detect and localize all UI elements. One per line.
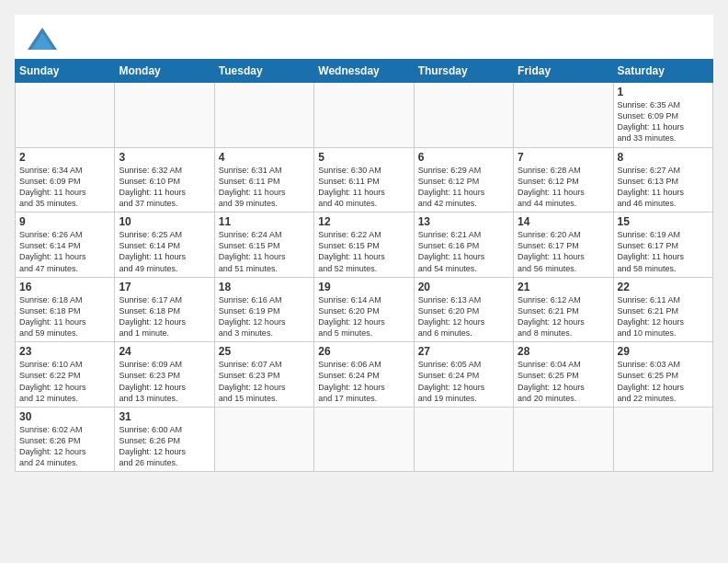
day-cell: 25Sunrise: 6:07 AM Sunset: 6:23 PM Dayli… — [214, 342, 313, 408]
day-info: Sunrise: 6:07 AM Sunset: 6:23 PM Dayligh… — [219, 359, 310, 404]
day-info: Sunrise: 6:11 AM Sunset: 6:21 PM Dayligh… — [618, 294, 709, 339]
day-number: 17 — [119, 281, 210, 293]
day-info: Sunrise: 6:10 AM Sunset: 6:22 PM Dayligh… — [19, 359, 110, 404]
day-info: Sunrise: 6:31 AM Sunset: 6:11 PM Dayligh… — [219, 165, 310, 210]
day-number: 30 — [19, 410, 110, 423]
week-row-2: 9Sunrise: 6:26 AM Sunset: 6:14 PM Daylig… — [16, 213, 713, 278]
day-number: 25 — [219, 345, 310, 358]
day-cell: 26Sunrise: 6:06 AM Sunset: 6:24 PM Dayli… — [314, 342, 414, 408]
day-cell: 23Sunrise: 6:10 AM Sunset: 6:22 PM Dayli… — [16, 342, 115, 408]
week-row-4: 23Sunrise: 6:10 AM Sunset: 6:22 PM Dayli… — [16, 342, 713, 408]
day-number: 9 — [19, 215, 110, 228]
day-cell: 15Sunrise: 6:19 AM Sunset: 6:17 PM Dayli… — [613, 213, 712, 278]
day-cell: 16Sunrise: 6:18 AM Sunset: 6:18 PM Dayli… — [16, 277, 115, 342]
day-info: Sunrise: 6:02 AM Sunset: 6:26 PM Dayligh… — [19, 424, 110, 469]
day-cell: 6Sunrise: 6:29 AM Sunset: 6:12 PM Daylig… — [414, 147, 513, 213]
day-info: Sunrise: 6:30 AM Sunset: 6:11 PM Dayligh… — [318, 165, 409, 210]
day-number: 8 — [618, 151, 709, 164]
weekday-header-wednesday: Wednesday — [314, 60, 414, 83]
week-row-5: 30Sunrise: 6:02 AM Sunset: 6:26 PM Dayli… — [16, 407, 713, 472]
day-info: Sunrise: 6:06 AM Sunset: 6:24 PM Dayligh… — [318, 359, 409, 404]
day-number: 7 — [518, 151, 609, 164]
week-row-0: 1Sunrise: 6:35 AM Sunset: 6:09 PM Daylig… — [16, 83, 713, 148]
day-number: 29 — [618, 345, 709, 358]
weekday-header-friday: Friday — [514, 60, 613, 83]
day-info: Sunrise: 6:27 AM Sunset: 6:13 PM Dayligh… — [618, 165, 709, 210]
day-number: 20 — [418, 281, 509, 293]
day-cell — [314, 83, 414, 148]
day-number: 5 — [318, 151, 409, 164]
day-cell: 7Sunrise: 6:28 AM Sunset: 6:12 PM Daylig… — [514, 147, 613, 213]
day-cell: 9Sunrise: 6:26 AM Sunset: 6:14 PM Daylig… — [16, 213, 115, 278]
day-number: 10 — [119, 215, 210, 228]
day-cell: 2Sunrise: 6:34 AM Sunset: 6:09 PM Daylig… — [16, 147, 115, 213]
day-number: 24 — [119, 345, 210, 358]
calendar-page: SundayMondayTuesdayWednesdayThursdayFrid… — [15, 15, 713, 472]
day-info: Sunrise: 6:21 AM Sunset: 6:16 PM Dayligh… — [418, 229, 509, 274]
day-info: Sunrise: 6:25 AM Sunset: 6:14 PM Dayligh… — [119, 229, 210, 274]
day-number: 2 — [19, 151, 110, 164]
day-info: Sunrise: 6:04 AM Sunset: 6:25 PM Dayligh… — [518, 359, 609, 404]
calendar-table: SundayMondayTuesdayWednesdayThursdayFrid… — [15, 59, 713, 472]
day-cell — [514, 83, 613, 148]
day-cell — [414, 83, 513, 148]
day-info: Sunrise: 6:29 AM Sunset: 6:12 PM Dayligh… — [418, 165, 509, 210]
weekday-header-monday: Monday — [115, 60, 214, 83]
day-number: 12 — [318, 215, 409, 228]
day-cell: 30Sunrise: 6:02 AM Sunset: 6:26 PM Dayli… — [16, 407, 115, 472]
day-cell: 22Sunrise: 6:11 AM Sunset: 6:21 PM Dayli… — [613, 277, 712, 342]
day-info: Sunrise: 6:24 AM Sunset: 6:15 PM Dayligh… — [219, 229, 310, 274]
day-cell — [214, 407, 313, 472]
header — [15, 15, 713, 59]
day-info: Sunrise: 6:19 AM Sunset: 6:17 PM Dayligh… — [618, 229, 709, 274]
day-number: 1 — [618, 86, 709, 98]
day-number: 16 — [19, 281, 110, 293]
day-cell: 3Sunrise: 6:32 AM Sunset: 6:10 PM Daylig… — [115, 147, 214, 213]
day-number: 26 — [318, 345, 409, 358]
day-number: 28 — [518, 345, 609, 358]
day-cell: 5Sunrise: 6:30 AM Sunset: 6:11 PM Daylig… — [314, 147, 414, 213]
day-cell — [414, 407, 513, 472]
day-number: 6 — [418, 151, 509, 164]
day-info: Sunrise: 6:28 AM Sunset: 6:12 PM Dayligh… — [518, 165, 609, 210]
day-cell: 12Sunrise: 6:22 AM Sunset: 6:15 PM Dayli… — [314, 213, 414, 278]
day-cell: 1Sunrise: 6:35 AM Sunset: 6:09 PM Daylig… — [613, 83, 712, 148]
day-number: 13 — [418, 215, 509, 228]
weekday-header-sunday: Sunday — [16, 60, 115, 83]
day-cell: 4Sunrise: 6:31 AM Sunset: 6:11 PM Daylig… — [214, 147, 313, 213]
day-cell: 11Sunrise: 6:24 AM Sunset: 6:15 PM Dayli… — [214, 213, 313, 278]
weekday-header-tuesday: Tuesday — [214, 60, 313, 83]
day-cell: 31Sunrise: 6:00 AM Sunset: 6:26 PM Dayli… — [115, 407, 214, 472]
day-info: Sunrise: 6:12 AM Sunset: 6:21 PM Dayligh… — [518, 294, 609, 339]
day-cell: 21Sunrise: 6:12 AM Sunset: 6:21 PM Dayli… — [514, 277, 613, 342]
day-cell — [613, 407, 712, 472]
day-info: Sunrise: 6:34 AM Sunset: 6:09 PM Dayligh… — [19, 165, 110, 210]
day-number: 21 — [518, 281, 609, 293]
day-info: Sunrise: 6:17 AM Sunset: 6:18 PM Dayligh… — [119, 294, 210, 339]
day-info: Sunrise: 6:22 AM Sunset: 6:15 PM Dayligh… — [318, 229, 409, 274]
weekday-header-thursday: Thursday — [414, 60, 513, 83]
logo — [26, 26, 63, 52]
day-number: 4 — [219, 151, 310, 164]
day-cell: 27Sunrise: 6:05 AM Sunset: 6:24 PM Dayli… — [414, 342, 513, 408]
day-info: Sunrise: 6:26 AM Sunset: 6:14 PM Dayligh… — [19, 229, 110, 274]
day-cell: 19Sunrise: 6:14 AM Sunset: 6:20 PM Dayli… — [314, 277, 414, 342]
day-number: 15 — [618, 215, 709, 228]
day-number: 31 — [119, 410, 210, 423]
day-info: Sunrise: 6:13 AM Sunset: 6:20 PM Dayligh… — [418, 294, 509, 339]
day-info: Sunrise: 6:35 AM Sunset: 6:09 PM Dayligh… — [618, 99, 709, 144]
day-cell: 29Sunrise: 6:03 AM Sunset: 6:25 PM Dayli… — [613, 342, 712, 408]
day-info: Sunrise: 6:32 AM Sunset: 6:10 PM Dayligh… — [119, 165, 210, 210]
logo-icon — [26, 26, 59, 52]
day-cell: 20Sunrise: 6:13 AM Sunset: 6:20 PM Dayli… — [414, 277, 513, 342]
weekday-header-saturday: Saturday — [613, 60, 712, 83]
day-number: 23 — [19, 345, 110, 358]
day-cell — [16, 83, 115, 148]
day-number: 3 — [119, 151, 210, 164]
week-row-3: 16Sunrise: 6:18 AM Sunset: 6:18 PM Dayli… — [16, 277, 713, 342]
day-number: 19 — [318, 281, 409, 293]
day-info: Sunrise: 6:03 AM Sunset: 6:25 PM Dayligh… — [618, 359, 709, 404]
day-info: Sunrise: 6:14 AM Sunset: 6:20 PM Dayligh… — [318, 294, 409, 339]
day-cell: 28Sunrise: 6:04 AM Sunset: 6:25 PM Dayli… — [514, 342, 613, 408]
day-info: Sunrise: 6:09 AM Sunset: 6:23 PM Dayligh… — [119, 359, 210, 404]
